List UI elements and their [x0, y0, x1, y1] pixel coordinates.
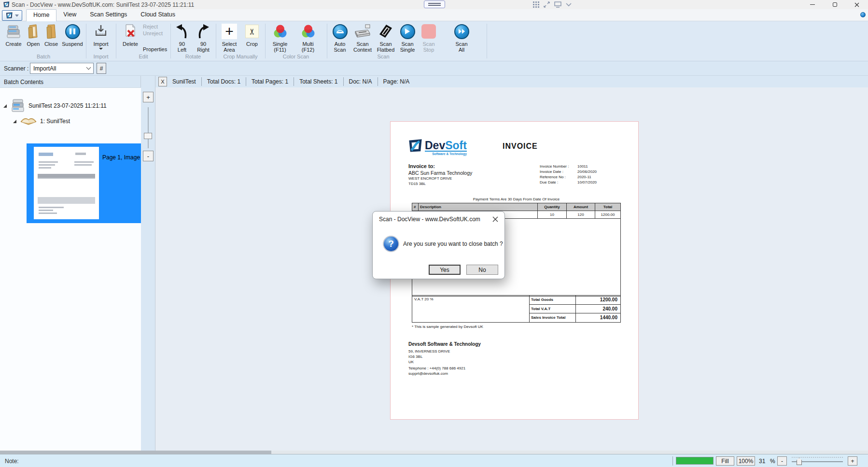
scanner-count-button[interactable]: # [97, 63, 106, 74]
zoom-in-button[interactable]: + [848, 456, 857, 466]
chevron-down-icon[interactable] [566, 3, 572, 7]
maximize-button[interactable] [824, 0, 846, 9]
minimize-button[interactable] [801, 0, 824, 9]
thumbnail-zoom-out-button[interactable]: - [143, 151, 154, 161]
crop-button[interactable]: ✂ Crop [243, 23, 261, 47]
total-goods-value: 1200.00 [576, 296, 620, 304]
scan-flatbed-button[interactable]: Scan Flatbed [375, 23, 396, 53]
create-batch-icon [6, 23, 21, 40]
app-logo-icon [6, 12, 13, 19]
dialog-close-icon[interactable] [492, 216, 499, 223]
zoom-100-button[interactable]: 100% [737, 456, 755, 466]
chevron-down-icon [99, 48, 103, 50]
window-title: Scan - DocView - www.DevSoftUK.com: Suni… [12, 1, 194, 8]
thumbnail-preview [38, 151, 95, 215]
monitor-icon[interactable] [554, 1, 561, 8]
scan-stop-button: Scan Stop [419, 23, 439, 53]
auto-scan-button[interactable]: Auto Scan [330, 23, 350, 53]
suspend-batch-button[interactable]: Suspend [60, 23, 85, 47]
color-single-button[interactable]: Single (F11) [269, 23, 291, 53]
bill-to-line: WEST ENCROFT DRIVE [408, 176, 452, 181]
rotate-90-left-button[interactable]: 90 Left [172, 23, 192, 53]
group-label-color-scan: Color Scan [266, 54, 326, 59]
grid-icon[interactable] [533, 1, 539, 8]
page-thumbnail-selected[interactable]: Page 1, Image 1 [27, 143, 141, 223]
tab-cloud-status[interactable]: Cloud Status [134, 9, 182, 21]
tab-home[interactable]: Home [26, 9, 56, 21]
help-icon[interactable] [860, 12, 866, 17]
close-batch-dialog: Scan - DocView - www.DevSoftUK.com ? Are… [372, 211, 505, 279]
note-label: Note: [5, 458, 19, 465]
zoom-out-button[interactable]: - [777, 456, 787, 466]
scanner-select[interactable]: ImportAll [30, 63, 94, 74]
zoom-slider-thumb[interactable] [797, 458, 802, 465]
close-button[interactable] [846, 0, 868, 9]
scan-single-button[interactable]: Scan Single [397, 23, 418, 53]
rgb-circles-icon [273, 23, 287, 40]
sales-total-value: 1440.00 [576, 313, 620, 322]
tab-view[interactable]: View [56, 9, 83, 21]
expand-icon[interactable] [544, 1, 550, 8]
ribbon-group-color-scan: Single (F11) Multi (F12) Color Scan [266, 21, 326, 61]
tree-node-batch[interactable]: SunilTest 23-07-2025 11:21:11 [3, 99, 107, 113]
thumbnail-label: Page 1, Image 1 [102, 154, 145, 161]
no-button[interactable]: No [466, 265, 498, 275]
page-thumbnail[interactable] [34, 147, 99, 219]
import-button[interactable]: Import [90, 23, 112, 50]
properties-button[interactable]: Properties [143, 46, 167, 53]
unreject-button: Unreject [143, 30, 167, 37]
crop-scissors-icon: ✂ [245, 23, 259, 40]
ribbon-tabs: Home View Scan Settings Cloud Status [26, 9, 182, 21]
invoice-logo: DevSoft Software & Technology [408, 139, 467, 156]
group-label-crop: Crop Manually [217, 54, 264, 59]
rotate-right-icon [196, 23, 210, 40]
snap-layout-indicator[interactable] [424, 0, 445, 8]
select-area-button[interactable]: + Select Area [219, 23, 240, 53]
dialog-title: Scan - DocView - www.DevSoftUK.com [379, 216, 480, 223]
rotate-90-right-button[interactable]: 90 Right [194, 23, 213, 53]
create-batch-button[interactable]: Create [3, 23, 24, 47]
zoom-value: 31 [759, 458, 765, 465]
tab-scan-settings[interactable]: Scan Settings [83, 9, 134, 21]
batch-contents-header: Batch Contents [4, 79, 43, 85]
scanner-bar: Scanner : ImportAll # [0, 61, 868, 76]
ribbon-group-edit: Delete Reject Unreject Properties Edit [117, 21, 170, 61]
delete-button[interactable]: Delete [120, 23, 141, 47]
totals-row: Total V.A.T 240.00 [530, 305, 620, 314]
close-batch-icon [44, 23, 58, 40]
close-document-view-button[interactable]: X [158, 77, 167, 86]
percent-label: % [770, 458, 775, 465]
page-stat: Page: N/A [378, 78, 415, 85]
vat-rate-label: V.A.T 20 % [412, 296, 530, 322]
scan-context-icon [354, 23, 371, 40]
minimize-icon [810, 4, 815, 5]
open-batch-button[interactable]: Open [25, 23, 42, 47]
play-icon [400, 23, 415, 40]
yes-button[interactable]: Yes [429, 265, 461, 275]
invoice-totals-section: V.A.T 20 % Total Goods 1200.00 Total V.A… [412, 295, 621, 323]
expander-icon[interactable] [3, 104, 7, 108]
col-description: Description [419, 203, 538, 211]
tree-node-document[interactable]: 1: SunilTest [13, 116, 70, 127]
thumbnail-zoom-in-button[interactable]: + [143, 92, 154, 102]
divider [672, 456, 673, 466]
group-label-edit: Edit [117, 54, 170, 59]
scan-context-button[interactable]: Scan Context [351, 23, 374, 53]
batch-icon [10, 99, 26, 113]
tree-node-label: SunilTest 23-07-2025 11:21:11 [28, 102, 107, 109]
horizontal-splitter[interactable] [0, 451, 271, 454]
close-batch-button[interactable]: Close [42, 23, 60, 47]
auto-scan-icon [333, 23, 348, 40]
document-view: X SunilTest Total Docs: 1 Total Pages: 1… [155, 76, 868, 451]
invoice-sample-note: * This is sample generated by Devsoft UK [412, 325, 483, 329]
scan-all-button[interactable]: Scan All [451, 23, 472, 53]
invoice-meta-value: 2020-11 [577, 175, 591, 179]
app-menu-button[interactable] [2, 10, 22, 21]
titlebar-toolbar [533, 0, 572, 9]
expander-icon[interactable] [13, 119, 17, 124]
thumbnail-zoom-track[interactable] [148, 107, 149, 148]
stop-icon [421, 23, 436, 40]
fit-fill-button[interactable]: Fill [716, 456, 734, 466]
color-multi-button[interactable]: Multi (F12) [297, 23, 319, 53]
thumbnail-zoom-slider[interactable] [144, 133, 152, 139]
